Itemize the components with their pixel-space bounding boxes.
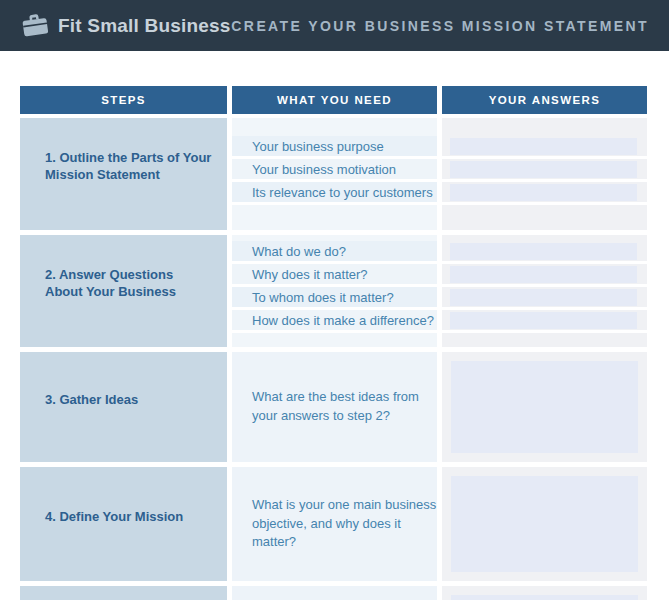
worksheet: STEPS WHAT YOU NEED YOUR ANSWERS 1. Outl…	[0, 51, 648, 600]
need-item: Your business motivation	[232, 159, 437, 179]
answers-cell	[442, 467, 647, 581]
brand-name: Fit Small Business	[58, 15, 231, 37]
answer-field[interactable]	[451, 595, 638, 600]
table-row: 1. Outline the Parts of Your Mission Sta…	[20, 118, 648, 230]
answers-cell	[442, 586, 647, 600]
page-title: CREATE YOUR BUSINESS MISSION STATEMENT	[231, 18, 649, 34]
answer-field[interactable]	[451, 361, 638, 453]
step-cell: 1. Outline the Parts of Your Mission Sta…	[20, 118, 227, 230]
page-header: Fit Small Business CREATE YOUR BUSINESS …	[0, 0, 669, 51]
table-row: 3. Gather Ideas What are the best ideas …	[20, 352, 648, 462]
needs-filler	[232, 333, 437, 347]
need-item: Why does it matter?	[232, 264, 437, 284]
needs-cell	[232, 586, 437, 600]
need-item: Your business purpose	[232, 136, 437, 156]
column-header-steps: STEPS	[20, 86, 227, 114]
step-cell: 4. Define Your Mission	[20, 467, 227, 581]
answers-filler	[442, 205, 647, 230]
brand: Fit Small Business	[20, 13, 231, 38]
answer-field[interactable]	[450, 289, 637, 306]
answers-cell	[442, 352, 647, 462]
answers-filler	[442, 118, 647, 136]
needs-filler	[232, 118, 437, 136]
table-header-row: STEPS WHAT YOU NEED YOUR ANSWERS	[20, 86, 648, 114]
need-item: How does it make a difference?	[232, 310, 437, 330]
needs-cell: Your business purpose Your business moti…	[232, 118, 437, 230]
step-label: 3. Gather Ideas	[45, 392, 138, 409]
briefcase-icon	[18, 9, 51, 40]
step-label: 2. Answer Questions About Your Business	[45, 267, 195, 301]
answers-filler	[442, 333, 647, 347]
answer-field[interactable]	[451, 476, 638, 572]
step-label: 1. Outline the Parts of Your Mission Sta…	[45, 150, 217, 184]
need-item: Its relevance to your customers	[232, 182, 437, 202]
needs-cell: What do we do? Why does it matter? To wh…	[232, 235, 437, 347]
table-row: 4. Define Your Mission What is your one …	[20, 467, 648, 581]
answer-field[interactable]	[450, 161, 637, 178]
answers-cell	[442, 235, 647, 347]
answer-field[interactable]	[450, 243, 637, 260]
column-header-your-answers: YOUR ANSWERS	[442, 86, 647, 114]
need-item: To whom does it matter?	[232, 287, 437, 307]
answers-cell	[442, 118, 647, 230]
table-row	[20, 586, 648, 600]
needs-cell: What are the best ideas from your answer…	[232, 352, 437, 462]
need-item: What do we do?	[232, 241, 437, 261]
answer-field[interactable]	[450, 266, 637, 283]
column-header-what-you-need: WHAT YOU NEED	[232, 86, 437, 114]
answer-field[interactable]	[450, 312, 637, 329]
answer-field[interactable]	[450, 138, 637, 155]
needs-cell: What is your one main business objective…	[232, 467, 437, 581]
answer-field[interactable]	[450, 184, 637, 201]
step-cell	[20, 586, 227, 600]
table-row: 2. Answer Questions About Your Business …	[20, 235, 648, 347]
step-cell: 3. Gather Ideas	[20, 352, 227, 462]
step-label: 4. Define Your Mission	[45, 509, 183, 526]
need-item: What are the best ideas from your answer…	[252, 388, 427, 426]
needs-filler	[232, 205, 437, 230]
step-cell: 2. Answer Questions About Your Business	[20, 235, 227, 347]
need-item: What is your one main business objective…	[252, 496, 437, 553]
